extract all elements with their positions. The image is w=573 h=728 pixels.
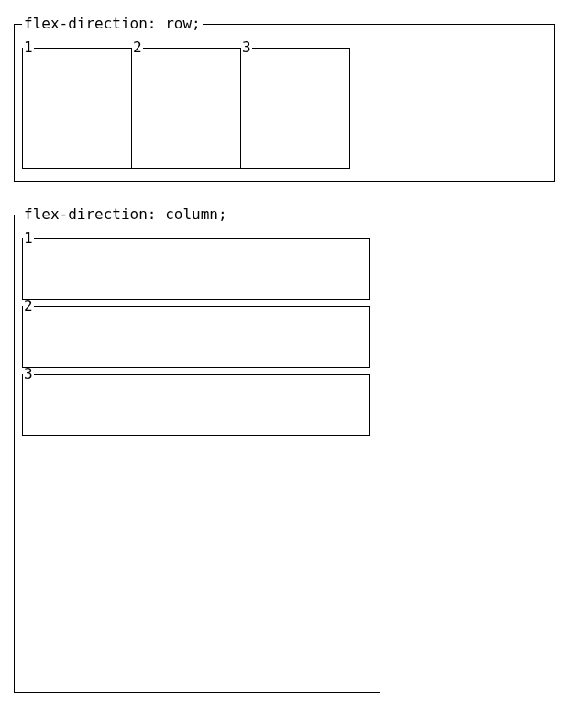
col-box-1: 1 [22, 231, 370, 300]
row-box-1-label: 1 [23, 40, 34, 55]
flex-row-wrap: 1 2 3 [22, 40, 545, 169]
example-row-container: flex-direction: row; 1 2 3 [14, 17, 555, 182]
flex-col-wrap: 1 2 3 [22, 231, 370, 436]
col-box-3-label: 3 [23, 367, 34, 381]
example-row-legend: flex-direction: row; [22, 17, 203, 31]
row-box-3-label: 3 [241, 40, 252, 55]
row-box-2: 2 [131, 40, 241, 169]
col-box-2: 2 [22, 299, 370, 368]
col-box-1-label: 1 [23, 231, 34, 246]
row-box-2-label: 2 [132, 40, 143, 55]
example-col-container: flex-direction: column; 1 2 3 [14, 207, 380, 693]
example-col-legend: flex-direction: column; [22, 207, 229, 222]
col-box-3: 3 [22, 367, 370, 436]
row-box-1: 1 [22, 40, 132, 169]
row-box-3: 3 [240, 40, 350, 169]
col-box-2-label: 2 [23, 299, 34, 314]
